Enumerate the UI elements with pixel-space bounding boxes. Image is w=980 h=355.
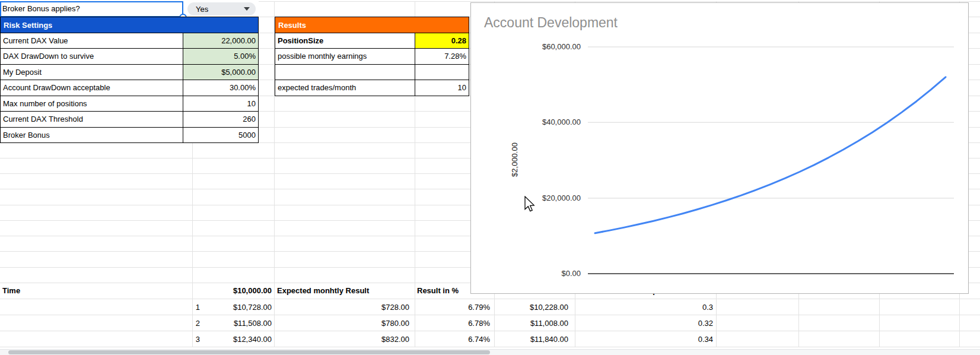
cell-monthly-result[interactable]: $832.00 xyxy=(274,331,409,347)
cell-position-size[interactable]: 0.34 xyxy=(575,331,713,347)
results-row-value[interactable]: 0.28 xyxy=(415,33,469,49)
risk-row-label[interactable]: DAX DrawDown to survive xyxy=(0,48,183,65)
risk-row-label[interactable]: Max number of positions xyxy=(0,96,183,112)
risk-row-label[interactable]: Current DAX Threshold xyxy=(0,111,183,128)
risk-row-value[interactable]: 30.00% xyxy=(183,80,259,96)
results-row-value[interactable]: 10 xyxy=(415,80,469,96)
cell-result-pct[interactable]: 6.79% xyxy=(415,299,490,315)
broker-bonus-dropdown[interactable]: Yes xyxy=(187,2,256,15)
chart-plot-area xyxy=(471,3,968,293)
results-row-label[interactable]: expected trades/month xyxy=(275,80,415,96)
account-development-chart[interactable]: Account Development $60,000.00 $40,000.0… xyxy=(470,2,969,294)
risk-row-value[interactable]: 22,000.00 xyxy=(183,33,259,49)
cell-result-pct[interactable]: 6.78% xyxy=(415,315,490,331)
cell-account-value[interactable]: $10,728.00 xyxy=(202,299,272,315)
risk-row-label[interactable]: Account DrawDown acceptable xyxy=(0,80,183,96)
cell-time[interactable]: 2 xyxy=(148,315,200,331)
dropdown-selected-value: Yes xyxy=(196,5,208,14)
bottom-header-time[interactable]: Time xyxy=(2,283,121,299)
cell-position-size[interactable]: 0.3 xyxy=(575,299,713,315)
risk-row-value[interactable]: 5.00% xyxy=(183,48,259,65)
risk-row-label[interactable]: Broker Bonus xyxy=(0,127,183,143)
risk-row-value[interactable]: 5000 xyxy=(183,127,259,143)
cell-monthly-result[interactable]: $728.00 xyxy=(274,299,409,315)
cell-account-bonus[interactable]: $11,840.00 xyxy=(494,331,568,347)
risk-settings-header[interactable]: Risk Settings xyxy=(0,17,259,33)
results-row-label[interactable] xyxy=(275,64,415,80)
results-row-label[interactable]: possible monthly earnings xyxy=(275,48,415,65)
cell-account-bonus[interactable]: $10,228.00 xyxy=(494,299,568,315)
cell-time[interactable]: 3 xyxy=(148,331,200,347)
cell-time[interactable]: 1 xyxy=(148,299,200,315)
risk-row-value[interactable]: $5,000.00 xyxy=(183,64,259,80)
cell-account-value[interactable]: $11,508.00 xyxy=(202,315,272,331)
cell-monthly-result[interactable]: $780.00 xyxy=(274,315,409,331)
risk-row-value[interactable]: 10 xyxy=(183,96,259,112)
cell-broker-bonus-applies[interactable]: Broker Bonus applies? xyxy=(0,1,183,17)
spreadsheet: Broker Bonus applies? Yes Risk Settings … xyxy=(0,0,980,355)
risk-row-value[interactable]: 260 xyxy=(183,111,259,128)
risk-row-label[interactable]: My Deposit xyxy=(0,64,183,80)
results-row-value[interactable]: 7.28% xyxy=(415,48,469,65)
chevron-down-icon xyxy=(244,7,250,11)
cell-position-size[interactable]: 0.32 xyxy=(575,315,713,331)
risk-row-label[interactable]: Current DAX Value xyxy=(0,33,183,49)
cell-account-bonus[interactable]: $11,008.00 xyxy=(494,315,568,331)
account-growth-line xyxy=(595,77,946,233)
bottom-header-start-value[interactable]: $10,000.00 xyxy=(202,283,272,299)
results-row-value[interactable] xyxy=(415,64,469,80)
results-header[interactable]: Results xyxy=(275,17,469,33)
horizontal-scrollbar-thumb[interactable] xyxy=(8,350,490,354)
results-row-label[interactable]: PositionSize xyxy=(275,33,415,49)
cell-account-value[interactable]: $12,340.00 xyxy=(202,331,272,347)
cell-result-pct[interactable]: 6.74% xyxy=(415,331,490,347)
bottom-header-expected-result[interactable]: Expected monhtly Result xyxy=(277,283,413,299)
